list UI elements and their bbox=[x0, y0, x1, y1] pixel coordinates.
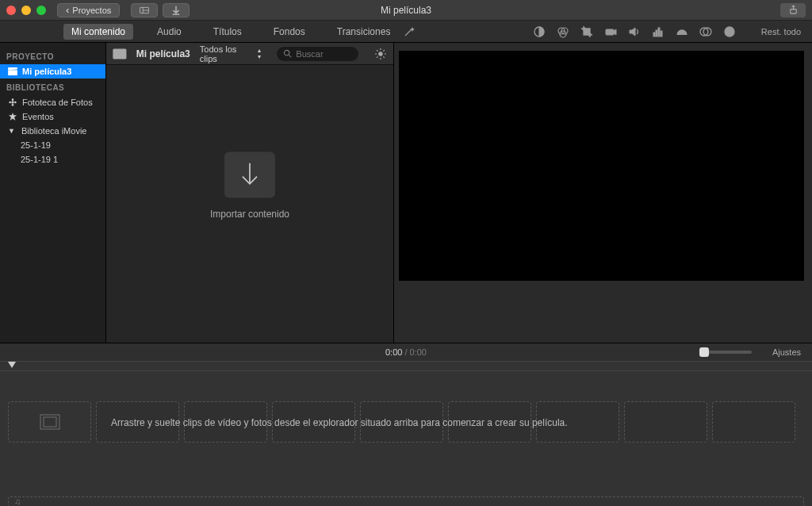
color-balance-icon[interactable] bbox=[533, 25, 546, 38]
sidebar-toggle-icon[interactable] bbox=[113, 48, 127, 59]
playhead-icon[interactable] bbox=[8, 362, 16, 368]
sidebar-event-item[interactable]: 25-1-19 1 bbox=[0, 152, 105, 167]
maximize-window-button[interactable] bbox=[36, 6, 46, 15]
total-time: 0:00 bbox=[410, 347, 427, 357]
tab-titles[interactable]: Títulos bbox=[205, 24, 250, 40]
search-field[interactable] bbox=[277, 47, 358, 61]
tab-my-content[interactable]: Mi contenido bbox=[63, 24, 133, 40]
svg-point-25 bbox=[11, 101, 13, 103]
svg-marker-24 bbox=[8, 67, 17, 70]
sidebar-heading-project: PROYECTO bbox=[0, 48, 105, 64]
library-tabs-row: Mi contenido Audio Títulos Fondos Transi… bbox=[0, 21, 812, 43]
svg-line-7 bbox=[405, 29, 412, 36]
inspector-icons bbox=[533, 21, 736, 42]
sidebar-imovie-library[interactable]: ▼ Biblioteca iMovie bbox=[0, 124, 105, 138]
magic-wand-icon bbox=[403, 25, 416, 38]
crop-icon[interactable] bbox=[580, 25, 593, 38]
browser-header: Mi película3 Todos los clips ▴▾ bbox=[106, 43, 393, 65]
svg-point-29 bbox=[14, 102, 17, 104]
window-title: Mi película3 bbox=[0, 5, 812, 16]
star-icon bbox=[8, 113, 17, 121]
sidebar-event-item[interactable]: 25-1-19 bbox=[0, 138, 105, 152]
info-icon[interactable] bbox=[723, 25, 736, 38]
layout-icon bbox=[140, 6, 149, 15]
svg-rect-13 bbox=[653, 33, 655, 36]
svg-rect-31 bbox=[113, 49, 126, 59]
chevron-left-icon: ‹ bbox=[66, 4, 69, 16]
main-area: PROYECTO Mi película3 BIBLIOTECAS Fotote… bbox=[0, 43, 812, 343]
down-arrow-icon bbox=[239, 161, 261, 188]
svg-point-22 bbox=[729, 28, 730, 29]
svg-rect-38 bbox=[44, 417, 56, 427]
reset-all-button[interactable]: Rest. todo bbox=[761, 21, 801, 42]
audio-track[interactable] bbox=[8, 496, 804, 506]
current-time: 0:00 bbox=[385, 347, 402, 357]
clip-filter-label: Todos los clips bbox=[200, 44, 256, 63]
share-icon bbox=[788, 5, 799, 15]
svg-rect-12 bbox=[606, 29, 614, 35]
music-note-icon: ♫ bbox=[14, 496, 21, 506]
search-input[interactable] bbox=[296, 49, 343, 59]
svg-point-33 bbox=[285, 50, 289, 55]
clip-filter-dropdown[interactable]: Todos los clips ▴▾ bbox=[200, 44, 262, 63]
preview-viewer bbox=[394, 43, 812, 343]
svg-point-28 bbox=[9, 102, 11, 104]
tab-audio[interactable]: Audio bbox=[149, 24, 190, 40]
sidebar-item-label: 25-1-19 bbox=[21, 140, 51, 150]
traffic-lights bbox=[6, 6, 46, 15]
download-arrow-icon bbox=[171, 6, 181, 15]
sidebar-item-label: Fototeca de Fotos bbox=[22, 98, 93, 107]
close-window-button[interactable] bbox=[6, 6, 16, 15]
timeline-hint-text: Arrastre y suelte clips de vídeo y fotos… bbox=[111, 417, 796, 428]
speed-icon[interactable] bbox=[676, 25, 688, 38]
import-prompt: Importar contenido bbox=[210, 151, 289, 220]
filmstrip-icon bbox=[40, 414, 60, 430]
sidebar-item-label: Mi película3 bbox=[22, 67, 71, 76]
enhance-button[interactable] bbox=[403, 21, 416, 42]
filmstrip-placeholder bbox=[8, 401, 91, 443]
clapper-icon bbox=[8, 67, 17, 75]
volume-icon[interactable] bbox=[628, 25, 641, 38]
svg-line-34 bbox=[289, 55, 292, 57]
minimize-window-button[interactable] bbox=[21, 6, 31, 15]
svg-marker-30 bbox=[9, 113, 17, 121]
layout-toggle-button[interactable] bbox=[131, 3, 158, 17]
sidebar-item-label: Biblioteca iMovie bbox=[21, 126, 87, 136]
import-label: Importar contenido bbox=[210, 209, 289, 220]
settings-gear-icon[interactable] bbox=[374, 48, 387, 60]
clip-filter-icon[interactable] bbox=[699, 25, 712, 38]
tab-transitions[interactable]: Transiciones bbox=[329, 24, 399, 40]
svg-rect-14 bbox=[656, 30, 657, 36]
sidebar-events[interactable]: Eventos bbox=[0, 109, 105, 124]
svg-point-26 bbox=[12, 98, 14, 101]
stabilize-icon[interactable] bbox=[604, 25, 617, 38]
timeline-settings-button[interactable]: Ajustes bbox=[772, 347, 801, 357]
sidebar-photo-library[interactable]: Fototeca de Fotos bbox=[0, 95, 105, 109]
search-icon bbox=[283, 49, 292, 58]
timeline[interactable]: Arrastre y suelte clips de vídeo y fotos… bbox=[0, 362, 812, 506]
import-media-button[interactable] bbox=[224, 151, 275, 197]
import-button[interactable] bbox=[163, 3, 190, 17]
projects-label: Proyectos bbox=[72, 6, 111, 15]
timeline-ruler[interactable] bbox=[0, 362, 812, 371]
preview-canvas[interactable] bbox=[399, 51, 804, 281]
noise-reduction-icon[interactable] bbox=[652, 25, 665, 38]
back-to-projects-button[interactable]: ‹ Proyectos bbox=[57, 3, 120, 17]
sidebar-item-label: Eventos bbox=[22, 112, 54, 121]
media-browser: Mi película3 Todos los clips ▴▾ Importar… bbox=[106, 43, 394, 343]
svg-point-35 bbox=[379, 52, 382, 55]
flower-icon bbox=[8, 98, 17, 106]
zoom-slider[interactable] bbox=[701, 351, 752, 354]
share-button[interactable] bbox=[780, 3, 806, 17]
color-correction-icon[interactable] bbox=[557, 25, 569, 38]
svg-rect-16 bbox=[661, 31, 662, 36]
time-display-bar: 0:00 / 0:00 Ajustes bbox=[0, 343, 812, 362]
disclosure-triangle-icon[interactable]: ▼ bbox=[8, 127, 15, 135]
svg-point-27 bbox=[12, 104, 14, 106]
sidebar-item-label: 25-1-19 1 bbox=[21, 155, 58, 164]
tab-backgrounds[interactable]: Fondos bbox=[266, 24, 313, 40]
sidebar-heading-libraries: BIBLIOTECAS bbox=[0, 79, 105, 95]
svg-rect-23 bbox=[8, 70, 17, 75]
sidebar-project-item[interactable]: Mi película3 bbox=[0, 64, 105, 79]
svg-rect-15 bbox=[658, 28, 660, 36]
